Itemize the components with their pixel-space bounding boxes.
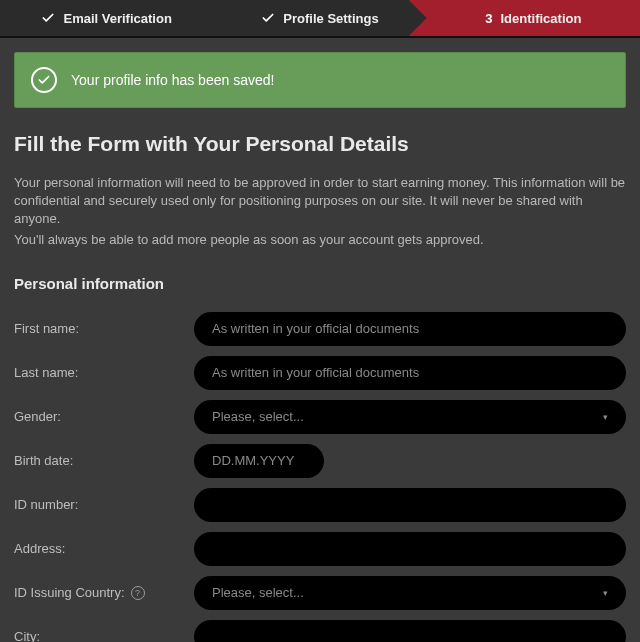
label-id-number: ID number: — [14, 497, 194, 512]
row-last-name: Last name: — [14, 356, 626, 390]
success-check-icon — [31, 67, 57, 93]
label-first-name: First name: — [14, 321, 194, 336]
banner-message: Your profile info has been saved! — [71, 72, 274, 88]
city-input[interactable] — [194, 620, 626, 642]
label-city: City: — [14, 629, 194, 642]
step-email-verification[interactable]: Email Verification — [0, 0, 213, 36]
description-1: Your personal information will need to b… — [14, 174, 626, 229]
section-personal-heading: Personal information — [14, 275, 626, 292]
steps-bar: Email Verification Profile Settings 3 Id… — [0, 0, 640, 38]
row-address: Address: — [14, 532, 626, 566]
check-icon — [261, 11, 275, 25]
row-birth-date: Birth date: — [14, 444, 626, 478]
description-2: You'll always be able to add more people… — [14, 231, 626, 249]
step-profile-settings[interactable]: Profile Settings — [213, 0, 426, 36]
chevron-down-icon: ▾ — [603, 588, 608, 598]
label-id-country-text: ID Issuing Country: — [14, 585, 125, 600]
label-id-country: ID Issuing Country: ? — [14, 585, 194, 600]
content-area: Your profile info has been saved! Fill t… — [0, 38, 640, 642]
row-first-name: First name: — [14, 312, 626, 346]
address-input[interactable] — [194, 532, 626, 566]
row-id-country: ID Issuing Country: ? Please, select... … — [14, 576, 626, 610]
success-banner: Your profile info has been saved! — [14, 52, 626, 108]
gender-select[interactable]: Please, select... ▾ — [194, 400, 626, 434]
id-country-select[interactable]: Please, select... ▾ — [194, 576, 626, 610]
row-city: City: — [14, 620, 626, 642]
step-label: Email Verification — [63, 11, 171, 26]
step-identification[interactable]: 3 Identification — [409, 0, 640, 36]
select-placeholder: Please, select... — [212, 585, 304, 600]
label-birth-date: Birth date: — [14, 453, 194, 468]
chevron-down-icon: ▾ — [603, 412, 608, 422]
step-label: Identification — [500, 11, 581, 26]
step-label: Profile Settings — [283, 11, 378, 26]
help-icon[interactable]: ? — [131, 586, 145, 600]
birth-date-input[interactable] — [194, 444, 324, 478]
select-placeholder: Please, select... — [212, 409, 304, 424]
page-title: Fill the Form with Your Personal Details — [14, 132, 626, 156]
step-number: 3 — [485, 11, 492, 26]
row-id-number: ID number: — [14, 488, 626, 522]
last-name-input[interactable] — [194, 356, 626, 390]
label-address: Address: — [14, 541, 194, 556]
check-icon — [41, 11, 55, 25]
first-name-input[interactable] — [194, 312, 626, 346]
label-gender: Gender: — [14, 409, 194, 424]
row-gender: Gender: Please, select... ▾ — [14, 400, 626, 434]
label-last-name: Last name: — [14, 365, 194, 380]
id-number-input[interactable] — [194, 488, 626, 522]
